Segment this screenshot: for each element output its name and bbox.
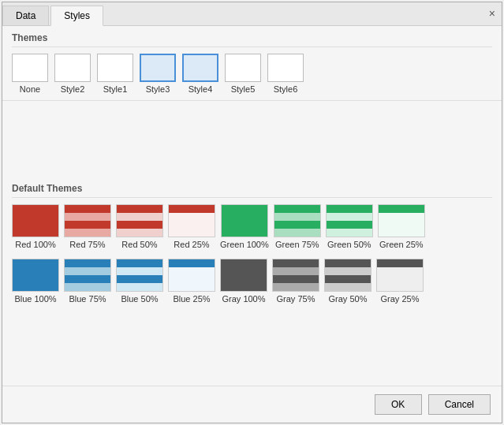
color-row-1: Red 100% Red 75% Red 50% (12, 204, 492, 249)
color-red-25-box (168, 204, 215, 237)
color-red-25-label: Red 25% (174, 240, 209, 249)
theme-style1[interactable]: Style1 (97, 54, 133, 94)
color-red-100-label: Red 100% (15, 240, 55, 249)
color-blue-25-box (168, 259, 215, 292)
color-blue-75-box (64, 259, 111, 292)
theme-style5[interactable]: Style5 (225, 54, 261, 94)
color-gray-50-box (324, 259, 371, 292)
color-green-50-label: Green 50% (327, 240, 371, 249)
color-red-50-box (116, 204, 163, 237)
tab-data[interactable]: Data (2, 6, 49, 25)
tab-bar: Data Styles × (2, 2, 502, 26)
color-blue-50-box (116, 259, 163, 292)
color-green-25-label: Green 25% (379, 240, 424, 249)
color-red-25[interactable]: Red 25% (168, 204, 215, 249)
close-button[interactable]: × (489, 7, 495, 20)
color-green-50[interactable]: Green 50% (326, 204, 373, 249)
dialog-content: Themes None Style2 Style1 Style3 (2, 26, 502, 386)
color-green-100-box (221, 204, 268, 237)
color-green-25[interactable]: Green 25% (378, 204, 425, 249)
color-red-75-box (64, 204, 111, 237)
color-blue-50-label: Blue 50% (121, 294, 158, 304)
color-gray-50-label: Gray 50% (329, 294, 368, 304)
theme-style3-box (140, 54, 176, 82)
color-row-2: Blue 100% Blue 75% Blue 50% (12, 259, 492, 304)
theme-style2-label: Style2 (61, 84, 85, 94)
color-green-100[interactable]: Green 100% (220, 204, 269, 249)
ok-button[interactable]: OK (375, 394, 422, 415)
color-green-25-box (378, 204, 425, 237)
cancel-button[interactable]: Cancel (428, 394, 491, 415)
color-themes-grid: Red 100% Red 75% Red 50% (12, 204, 492, 304)
theme-style2-box (54, 54, 91, 82)
theme-style4-label: Style4 (189, 84, 213, 94)
color-red-50[interactable]: Red 50% (116, 204, 163, 249)
theme-style1-label: Style1 (103, 84, 128, 94)
theme-style5-box (225, 54, 261, 82)
theme-style3-label: Style3 (146, 84, 170, 94)
theme-none-box (12, 54, 48, 82)
color-gray-100-label: Gray 100% (222, 294, 265, 304)
color-gray-75-box (272, 259, 319, 292)
color-blue-25[interactable]: Blue 25% (168, 259, 215, 304)
color-gray-100-box (220, 259, 267, 292)
color-blue-100-label: Blue 100% (14, 294, 56, 304)
color-blue-75-label: Blue 75% (69, 294, 106, 304)
color-green-75-label: Green 75% (275, 240, 319, 249)
color-blue-75[interactable]: Blue 75% (64, 259, 111, 304)
color-gray-25[interactable]: Gray 25% (376, 259, 424, 304)
theme-style6-box (267, 54, 304, 82)
color-red-100-box (12, 204, 59, 237)
color-blue-100-box (12, 259, 59, 292)
default-themes-title: Default Themes (12, 183, 492, 198)
color-gray-100[interactable]: Gray 100% (220, 259, 267, 304)
theme-style6-label: Style6 (274, 84, 298, 94)
color-green-100-label: Green 100% (220, 240, 269, 249)
color-green-50-box (326, 204, 373, 237)
color-blue-50[interactable]: Blue 50% (116, 259, 163, 304)
theme-style3[interactable]: Style3 (140, 54, 176, 94)
theme-none-label: None (20, 84, 40, 94)
color-gray-75[interactable]: Gray 75% (272, 259, 319, 304)
color-red-100[interactable]: Red 100% (12, 204, 59, 249)
themes-section-title: Themes (12, 32, 492, 47)
dialog-footer: OK Cancel (2, 386, 502, 423)
dialog: Data Styles × Themes None Style2 Style1 (2, 2, 502, 423)
theme-row: None Style2 Style1 Style3 Style4 (12, 54, 492, 94)
color-red-75-label: Red 75% (69, 240, 105, 249)
color-green-75-box (274, 204, 321, 237)
color-blue-25-label: Blue 25% (173, 294, 210, 304)
tab-styles[interactable]: Styles (50, 6, 103, 26)
theme-none[interactable]: None (12, 54, 48, 94)
color-gray-25-box (376, 259, 424, 292)
color-red-50-label: Red 50% (121, 240, 157, 249)
theme-style4-box (182, 54, 218, 82)
themes-section: Themes None Style2 Style1 Style3 (2, 26, 502, 101)
color-gray-75-label: Gray 75% (277, 294, 315, 304)
color-red-75[interactable]: Red 75% (64, 204, 111, 249)
theme-style4[interactable]: Style4 (182, 54, 218, 94)
color-gray-25-label: Gray 25% (381, 294, 420, 304)
theme-style6[interactable]: Style6 (267, 54, 304, 94)
color-green-75[interactable]: Green 75% (274, 204, 321, 249)
theme-style2[interactable]: Style2 (54, 54, 91, 94)
color-gray-50[interactable]: Gray 50% (324, 259, 371, 304)
bottom-spacer (2, 310, 502, 386)
default-themes-section: Default Themes Red 100% Red 75% (2, 177, 502, 310)
spacer (2, 101, 502, 177)
theme-style5-label: Style5 (231, 84, 256, 94)
theme-style1-box (97, 54, 133, 82)
color-blue-100[interactable]: Blue 100% (12, 259, 59, 304)
